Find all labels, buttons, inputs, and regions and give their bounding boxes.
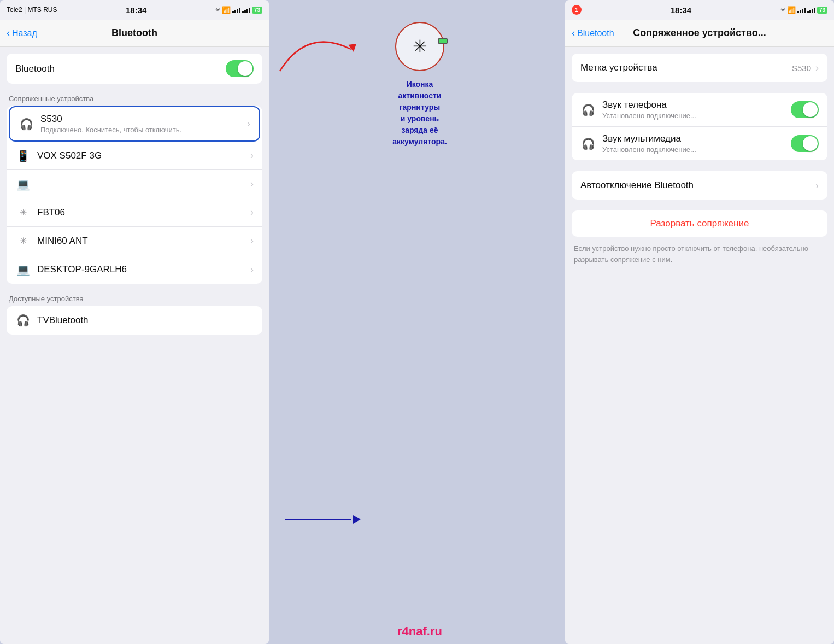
vox-chevron-icon: ›: [250, 150, 254, 161]
media-sound-headphones-icon: 🎧: [580, 137, 596, 150]
phone-sound-subtitle: Установлено подключение...: [602, 112, 791, 120]
paired-devices-list: 🎧 S530 Подключено. Коснитесь, чтобы откл…: [7, 106, 262, 284]
disconnect-button[interactable]: Разорвать сопряжение: [572, 210, 827, 237]
left-phone-screen: Tele2 | MTS RUS 18:34 ✳ 📶 73 ‹ Назад Blu…: [0, 0, 269, 644]
phone-sound-toggle-knob: [803, 102, 818, 117]
device-label-title: Метка устройства: [580, 62, 792, 73]
notification-badge: 1: [572, 5, 582, 15]
sound-settings-section: 🎧 Звук телефона Установлено подключение.…: [565, 93, 834, 160]
available-section-label: Доступные устройства: [0, 295, 269, 306]
carrier-text: Tele2 | MTS RUS: [7, 6, 57, 14]
left-nav-bar: ‹ Назад Bluetooth: [0, 20, 269, 47]
device-label-section: Метка устройства S530 ›: [565, 54, 834, 82]
back-button[interactable]: ‹ Назад: [7, 27, 37, 39]
phone-sound-title: Звук телефона: [602, 99, 791, 110]
desktop-chevron-icon: ›: [250, 264, 254, 276]
bluetooth-symbol-icon: ✳: [413, 36, 427, 57]
device-item-tvbluetooth[interactable]: 🎧 TVBluetooth: [7, 306, 262, 335]
right-phone-screen: 1 18:34 ✳ 📶 73 ‹ Bluetooth Сопряженное: [565, 0, 834, 644]
device-item-unknown[interactable]: 💻 ›: [7, 170, 262, 198]
bluetooth-status-icon: ✳: [215, 7, 220, 14]
device-label-row[interactable]: Метка устройства S530 ›: [572, 54, 827, 82]
device-item-vox[interactable]: 📱 VOX S502F 3G ›: [7, 142, 262, 170]
desktop-laptop-icon: 💻: [15, 263, 31, 276]
right-status-bar: 1 18:34 ✳ 📶 73: [565, 0, 834, 20]
signal-bars-1: [232, 7, 240, 13]
right-page-title: Сопряженное устройство...: [633, 27, 766, 39]
unknown-laptop-icon: 💻: [15, 178, 31, 191]
disconnect-note: Если устройство нужно просто отключить о…: [565, 243, 834, 265]
annotation-area: ✳ Иконка активности гарнитуры и уровень …: [274, 0, 565, 644]
wifi-icon: 📶: [222, 6, 231, 14]
bluetooth-toggle-row: Bluetooth: [7, 54, 262, 84]
right-back-chevron-icon: ‹: [572, 27, 575, 39]
media-sound-text: Звук мультимедиа Установлено подключение…: [602, 133, 791, 154]
auto-disconnect-row[interactable]: Автоотключение Bluetooth ›: [572, 171, 827, 200]
right-time-display: 18:34: [671, 5, 691, 15]
sound-settings-card: 🎧 Звук телефона Установлено подключение.…: [572, 93, 827, 160]
device-item-s530[interactable]: 🎧 S530 Подключено. Коснитесь, чтобы откл…: [9, 106, 260, 142]
phone-sound-text: Звук телефона Установлено подключение...: [602, 99, 791, 120]
battery-level-indicator: [438, 38, 448, 44]
right-bluetooth-icon: ✳: [780, 7, 785, 14]
left-screen-content: Bluetooth Сопряженные устройства 🎧 S530 …: [0, 47, 269, 644]
right-battery-badge: 73: [817, 7, 827, 14]
media-sound-toggle-knob: [803, 136, 818, 151]
paired-devices-section: Сопряженные устройства 🎧 S530 Подключено…: [0, 95, 269, 284]
tvbluetooth-text: TVBluetooth: [37, 315, 254, 326]
device-label-text: Метка устройства: [580, 62, 792, 73]
device-item-desktop[interactable]: 💻 DESKTOP-9GARLH6 ›: [7, 255, 262, 284]
fbt06-bluetooth-icon: ✳: [15, 207, 31, 218]
status-icons: ✳ 📶 73: [215, 6, 262, 14]
media-sound-subtitle: Установлено подключение...: [602, 145, 791, 154]
mini60-name: MINI60 ANT: [37, 236, 250, 247]
time-display: 18:34: [126, 5, 146, 15]
phone-sound-row: 🎧 Звук телефона Установлено подключение.…: [572, 93, 827, 127]
device-label-chevron-icon: ›: [815, 62, 819, 74]
phone-sound-headphones-icon: 🎧: [580, 103, 596, 116]
right-nav-bar: ‹ Bluetooth Сопряженное устройство...: [565, 20, 834, 47]
device-label-value: S530: [792, 63, 811, 73]
phone-sound-toggle[interactable]: [791, 101, 819, 118]
s530-chevron-icon: ›: [247, 118, 250, 130]
right-back-label: Bluetooth: [577, 28, 614, 38]
desktop-name: DESKTOP-9GARLH6: [37, 264, 250, 275]
auto-disconnect-section: Автоотключение Bluetooth ›: [565, 171, 834, 200]
available-devices-section: Доступные устройства 🎧 TVBluetooth: [0, 295, 269, 335]
back-label: Назад: [12, 28, 37, 38]
media-sound-title: Звук мультимедиа: [602, 133, 791, 144]
right-wifi-icon: 📶: [787, 6, 796, 14]
bluetooth-toggle-label: Bluetooth: [15, 63, 55, 74]
fbt06-name: FBT06: [37, 207, 250, 218]
bluetooth-toggle-switch[interactable]: [226, 60, 254, 77]
toggle-knob: [238, 61, 252, 76]
red-arrow-annotation: [263, 16, 373, 82]
annotation-text: Иконка активности гарнитуры и уровень за…: [392, 79, 447, 148]
s530-headphones-icon: 🎧: [19, 118, 34, 131]
unknown-chevron-icon: ›: [250, 178, 254, 190]
device-label-value-area: S530 ›: [792, 62, 819, 74]
auto-disconnect-card: Автоотключение Bluetooth ›: [572, 171, 827, 200]
battery-badge: 73: [252, 7, 262, 14]
paired-section-label: Сопряженные устройства: [0, 95, 269, 106]
right-back-button[interactable]: ‹ Bluetooth: [572, 27, 614, 39]
mini60-bluetooth-icon: ✳: [15, 236, 31, 246]
desktop-text: DESKTOP-9GARLH6: [37, 264, 250, 275]
back-chevron-icon: ‹: [7, 27, 10, 39]
device-item-fbt06[interactable]: ✳ FBT06 ›: [7, 198, 262, 227]
vox-text: VOX S502F 3G: [37, 150, 250, 161]
page-title: Bluetooth: [111, 27, 157, 39]
mini60-chevron-icon: ›: [250, 235, 254, 247]
device-item-mini60[interactable]: ✳ MINI60 ANT ›: [7, 227, 262, 255]
media-sound-toggle[interactable]: [791, 135, 819, 152]
auto-disconnect-chevron-icon: ›: [815, 180, 819, 191]
s530-subtitle: Подключено. Коснитесь, чтобы отключить.: [40, 126, 247, 134]
tvbluetooth-name: TVBluetooth: [37, 315, 254, 326]
watermark: r4naf.ru: [397, 624, 442, 639]
right-signal-bars-2: [807, 7, 815, 13]
media-sound-row: 🎧 Звук мультимедиа Установлено подключен…: [572, 127, 827, 160]
fbt06-text: FBT06: [37, 207, 250, 218]
right-status-icons: ✳ 📶 73: [780, 6, 827, 14]
s530-text: S530 Подключено. Коснитесь, чтобы отключ…: [40, 114, 247, 134]
bluetooth-activity-icon-circle: ✳: [395, 22, 444, 71]
